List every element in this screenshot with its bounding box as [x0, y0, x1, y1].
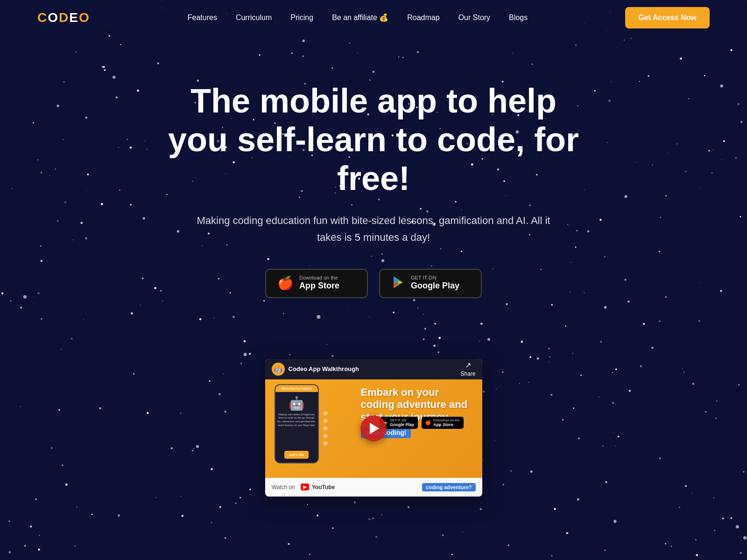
phone-body-text: Helping non-coders & beginners learn to … [275, 411, 318, 429]
logo[interactable]: CODEO [37, 10, 90, 25]
dot-1 [324, 412, 327, 415]
video-mini-buttons: ▶ GET IT ON Google Play 🍎 Download on th… [380, 417, 463, 429]
nav-roadmap[interactable]: Roadmap [407, 14, 439, 21]
dot-4 [324, 434, 327, 438]
google-play-button[interactable]: GET IT ON Google Play [379, 269, 482, 298]
dot-3 [324, 427, 327, 430]
play-button[interactable] [360, 415, 387, 441]
lets-go-button[interactable]: Let's Go [284, 451, 309, 459]
video-dots [324, 412, 327, 445]
get-access-button[interactable]: Get Access Now [625, 7, 710, 28]
nav-blogs[interactable]: Blogs [509, 14, 528, 21]
google-play-small-text: GET IT ON [411, 275, 437, 280]
nav-features[interactable]: Features [188, 14, 217, 21]
phone-header: Welcome to Codeo! [275, 385, 318, 392]
store-buttons: 🍎 Download on the App Store GET IT ON Go… [265, 269, 482, 298]
video-channel-name: Codeo App Walkthrough [289, 365, 359, 372]
phone-mascot: 🤖 [289, 396, 305, 411]
video-bottom-bar: Watch on ▶ YouTube coding adventure? [265, 478, 482, 497]
video-container: 🤖 Codeo App Walkthrough ↗ Share Welcome … [0, 359, 747, 497]
nav-curriculum[interactable]: Curriculum [236, 14, 272, 21]
video-phone-mockup: Welcome to Codeo! 🤖 Helping non-coders &… [275, 384, 319, 463]
play-triangle-icon [370, 423, 379, 434]
app-store-button[interactable]: 🍎 Download on the App Store [265, 269, 368, 298]
share-label: Share [460, 371, 475, 377]
dot-5 [324, 441, 327, 445]
video-top-bar: 🤖 Codeo App Walkthrough ↗ Share [265, 359, 482, 379]
mini-app-store-text: Download on the App Store [433, 418, 459, 427]
app-store-small-text: Download on the [299, 275, 338, 280]
hero-subtitle: Making coding education fun with bite-si… [196, 212, 551, 245]
share-icon: ↗ [465, 361, 471, 370]
mini-apple-icon: 🍎 [425, 420, 431, 425]
video-avatar: 🤖 [272, 363, 285, 376]
dot-2 [324, 419, 327, 423]
app-store-large-text: App Store [299, 280, 339, 291]
hero-title: The mobile app to help you self-learn to… [163, 82, 584, 197]
video-content: Welcome to Codeo! 🤖 Helping non-coders &… [265, 379, 482, 478]
hero-section: The mobile app to help you self-learn to… [0, 35, 747, 354]
youtube-label: YouTube [312, 484, 335, 490]
adventure-badge: coding adventure? [422, 483, 475, 491]
google-play-large-text: Google Play [411, 280, 459, 291]
nav-pricing[interactable]: Pricing [290, 14, 313, 21]
video-channel-info: 🤖 Codeo App Walkthrough [272, 363, 359, 376]
nav-links: Features Curriculum Pricing Be an affili… [188, 13, 528, 22]
google-play-icon [391, 275, 405, 292]
watch-on-label: Watch on [272, 484, 295, 490]
apple-icon: 🍎 [277, 277, 294, 290]
nav-our-story[interactable]: Our Story [458, 14, 490, 21]
video-share-button[interactable]: ↗ Share [460, 361, 475, 377]
navbar: CODEO Features Curriculum Pricing Be an … [0, 0, 747, 35]
video-frame: 🤖 Codeo App Walkthrough ↗ Share Welcome … [265, 359, 482, 497]
nav-affiliate[interactable]: Be an affiliate 💰 [332, 14, 388, 21]
mini-google-play-text: GET IT ON Google Play [390, 418, 414, 427]
youtube-icon: ▶ [301, 483, 309, 490]
youtube-logo: ▶ YouTube [301, 483, 335, 490]
video-mini-app-store[interactable]: 🍎 Download on the App Store [422, 417, 463, 429]
